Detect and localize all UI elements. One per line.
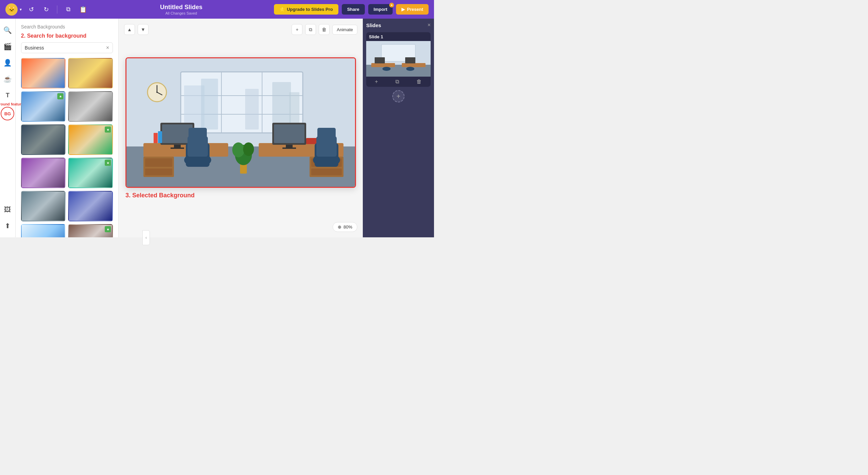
svg-point-41 xyxy=(243,142,254,156)
svg-point-57 xyxy=(406,67,414,71)
slide-nav-toolbar: ▲ ▼ xyxy=(124,24,149,35)
play-icon: ▶ xyxy=(401,7,405,12)
logo-dropdown[interactable]: ▾ xyxy=(20,7,22,12)
search-close-button[interactable]: × xyxy=(106,45,109,51)
share-button[interactable]: Share xyxy=(342,4,365,15)
delete-element-button[interactable]: 🗑 xyxy=(319,24,330,35)
svg-rect-46 xyxy=(154,133,158,143)
icon-sidebar: 🔍 🎬 👤 ☕ T 1. Background feature BG 🖼 ⬆ xyxy=(0,19,16,237)
sidebar-characters-btn[interactable]: 👤 xyxy=(0,55,15,70)
sidebar-upload-btn[interactable]: ⬆ xyxy=(0,218,15,233)
bg-thumb-gym[interactable] xyxy=(68,191,113,221)
bg-thumb-glass[interactable] xyxy=(21,224,66,237)
bg-thumb-warehouse[interactable]: ★ xyxy=(68,224,113,237)
slide-delete-btn[interactable]: 🗑 xyxy=(416,79,422,85)
slide-1-card[interactable]: Slide 1 + ⧉ xyxy=(366,32,431,87)
undo-button[interactable]: ↺ xyxy=(26,4,37,15)
star-icon: ⭐ xyxy=(279,7,285,12)
sidebar-props-btn[interactable]: ☕ xyxy=(0,72,15,86)
svg-rect-55 xyxy=(405,57,415,63)
search-input[interactable] xyxy=(25,45,106,51)
bg-thumb-modern-inner: ★ xyxy=(69,158,112,187)
bg-thumb-lobby[interactable]: ★ xyxy=(68,124,113,155)
copy-element-button[interactable]: ⧉ xyxy=(305,24,316,35)
redo-button[interactable]: ↻ xyxy=(41,4,52,15)
document-title[interactable]: Untitled Slides xyxy=(93,4,270,11)
present-button[interactable]: ▶ Present xyxy=(396,4,429,15)
slide-add-btn[interactable]: + xyxy=(375,79,378,85)
bg-section: 1. Background feature BG xyxy=(1,107,14,120)
bg-thumb-store[interactable] xyxy=(21,58,66,88)
logo-area: 🐱 ▾ xyxy=(5,3,22,16)
bg-thumb-office-int-inner xyxy=(22,125,65,154)
separator-1 xyxy=(57,5,57,14)
slide-down-button[interactable]: ▼ xyxy=(138,24,149,35)
svg-point-56 xyxy=(382,67,391,71)
clipboard-button[interactable]: 📋 xyxy=(78,4,88,15)
import-button[interactable]: Import ● xyxy=(368,4,393,15)
zoom-indicator: ⊕ 80% xyxy=(333,222,357,232)
bg-thumb-tanks[interactable] xyxy=(21,191,66,221)
svg-rect-24 xyxy=(189,128,207,141)
bg-thumb-library[interactable] xyxy=(21,158,66,188)
slide-container: ◑ 🎨 ✥ ⟳ ▤ 🗑 3. Selected Background xyxy=(125,57,356,199)
slides-header: Slides × xyxy=(366,22,431,28)
bg-thumb-tanks-inner xyxy=(22,192,65,221)
star-badge-modern: ★ xyxy=(105,160,111,166)
slide-copy-btn[interactable]: ⧉ xyxy=(395,79,399,85)
bg-thumb-showroom[interactable]: ★ xyxy=(21,91,66,122)
sidebar-text-btn[interactable]: T xyxy=(0,88,15,103)
zoom-level: 80% xyxy=(343,224,352,230)
bg-thumb-lobby-inner: ★ xyxy=(69,125,112,154)
collapse-panel-button[interactable]: ‹ xyxy=(142,230,150,238)
slide-1-thumbnail xyxy=(366,41,431,77)
star-badge-showroom: ★ xyxy=(57,93,63,99)
canvas-toolbar-right: + ⧉ 🗑 Animate xyxy=(292,24,357,35)
bg-feature-button[interactable]: BG xyxy=(1,107,14,120)
sidebar-gallery-btn[interactable]: 🖼 xyxy=(0,202,15,217)
selected-bg-label: 3. Selected Background xyxy=(125,192,356,199)
bg-thumb-cubicles-inner xyxy=(69,92,112,121)
step2-label: 2. Search for background xyxy=(21,33,113,39)
svg-rect-47 xyxy=(158,131,162,143)
office-background-svg xyxy=(126,58,356,188)
svg-rect-31 xyxy=(274,124,304,143)
animate-button[interactable]: Animate xyxy=(332,25,357,35)
slide-frame[interactable]: ◑ 🎨 ✥ ⟳ ▤ 🗑 xyxy=(125,57,356,188)
svg-rect-9 xyxy=(245,89,259,130)
search-box: × xyxy=(21,42,113,53)
upgrade-button[interactable]: ⭐ Upgrade to Slides Pro xyxy=(274,4,338,15)
svg-rect-10 xyxy=(272,82,291,130)
svg-rect-52 xyxy=(371,63,395,67)
slide-1-number-area: Slide 1 xyxy=(366,32,431,41)
topbar-right: ⭐ Upgrade to Slides Pro Share Import ● ▶… xyxy=(274,4,429,15)
svg-rect-53 xyxy=(402,63,426,67)
slides-close-button[interactable]: × xyxy=(428,22,431,28)
slide-1-actions: + ⧉ 🗑 xyxy=(366,77,431,87)
bg-thumb-glass-inner xyxy=(22,225,65,237)
sidebar-scenes-btn[interactable]: 🎬 xyxy=(0,39,15,54)
add-element-button[interactable]: + xyxy=(292,24,302,35)
slides-panel-title: Slides xyxy=(366,22,381,28)
svg-rect-8 xyxy=(201,79,218,130)
slide-up-button[interactable]: ▲ xyxy=(124,24,135,35)
svg-rect-19 xyxy=(174,145,181,147)
topbar: 🐱 ▾ ↺ ↻ ⧉ 📋 Untitled Slides All Changes … xyxy=(0,0,434,19)
bg-thumb-modern[interactable]: ★ xyxy=(68,158,113,188)
canvas-area: ▲ ▼ + ⧉ 🗑 Animate xyxy=(119,19,363,237)
zoom-plus-icon[interactable]: ⊕ xyxy=(338,224,341,230)
bg-thumb-library-inner xyxy=(22,158,65,187)
bg-thumb-office-int[interactable] xyxy=(21,124,66,155)
bg-thumb-office-ext[interactable] xyxy=(68,58,113,88)
svg-rect-33 xyxy=(282,147,296,149)
sidebar-search-btn[interactable]: 🔍 xyxy=(0,23,15,38)
bg-thumb-cubicles[interactable] xyxy=(68,91,113,122)
main-layout: 🔍 🎬 👤 ☕ T 1. Background feature BG 🖼 ⬆ S… xyxy=(0,19,434,237)
duplicate-button[interactable]: ⧉ xyxy=(63,4,74,15)
add-slide-button[interactable]: + xyxy=(392,90,405,102)
logo-icon[interactable]: 🐱 xyxy=(5,3,18,16)
bg-thumb-warehouse-inner: ★ xyxy=(69,225,112,237)
star-badge-lobby: ★ xyxy=(105,126,111,133)
slide-1-number: Slide 1 xyxy=(369,34,383,39)
bg-thumb-store-inner xyxy=(22,59,65,88)
